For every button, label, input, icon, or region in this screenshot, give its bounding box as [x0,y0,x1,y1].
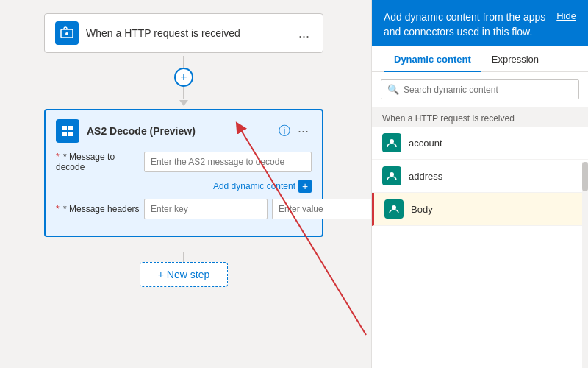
new-step-button[interactable]: + New step [140,262,228,287]
http-card-menu-button[interactable]: ... [295,26,312,41]
item-label: account [409,138,442,149]
as2-card-title: AS2 Decode (Preview) [87,125,279,137]
flow-canvas: When a HTTP request is received ... + AS… [0,0,368,368]
panel-header: Add dynamic content from the apps and co… [372,0,588,46]
svg-rect-4 [62,132,67,136]
panel-section-label: When a HTTP request is received [372,107,588,127]
svg-rect-2 [62,126,67,130]
http-card-icon [55,21,79,45]
list-item[interactable]: address [372,160,588,193]
dynamic-content-link-row: Add dynamic content + [56,180,312,193]
scrollbar-track[interactable] [582,162,588,368]
list-item[interactable]: account [372,127,588,160]
panel-search: 🔍 [372,72,588,107]
new-step-line [183,252,184,262]
header-key-input[interactable] [144,199,268,219]
add-dynamic-content-plus[interactable]: + [298,180,312,193]
new-step-wrapper: + New step [140,252,228,287]
add-step-button[interactable]: + [174,68,193,87]
item-label: address [409,171,442,182]
search-box: 🔍 [381,79,579,99]
as2-decode-card: AS2 Decode (Preview) ⓘ ··· * * Message t… [44,109,323,237]
message-decode-row: * * Message to decode [56,152,312,172]
message-decode-input[interactable] [144,152,312,172]
as2-card-icon [56,119,79,143]
http-card-title: When a HTTP request is received [86,27,295,39]
as2-card-header: AS2 Decode (Preview) ⓘ ··· [56,119,312,143]
body-icon [384,199,404,219]
required-star-2: * [56,204,60,214]
scrollbar-thumb[interactable] [582,162,588,191]
as2-info-button[interactable]: ⓘ [279,124,290,139]
connector-line-2 [183,87,184,99]
message-headers-label: * * Message headers [56,204,144,214]
as2-menu-button[interactable]: ··· [295,124,312,139]
svg-point-8 [390,139,394,144]
message-headers-row: * * Message headers ⊞ [56,199,312,219]
search-icon: 🔍 [387,84,399,95]
message-decode-label: * * Message to decode [56,152,144,172]
tab-dynamic-content[interactable]: Dynamic content [384,46,481,72]
svg-point-10 [392,205,396,210]
account-icon [382,133,401,152]
connector-arrow [179,100,188,106]
svg-point-1 [65,32,68,35]
tab-expression[interactable]: Expression [481,46,549,72]
connector: + [174,56,193,106]
search-input[interactable] [404,85,573,95]
list-item-body[interactable]: Body [372,193,588,226]
svg-rect-5 [68,132,73,136]
panel-items-list: When a HTTP request is received account … [372,107,588,368]
item-label-body: Body [411,204,433,215]
svg-point-9 [390,172,394,177]
required-star: * [56,152,60,162]
key-value-container: ⊞ [144,199,409,219]
add-dynamic-content-link[interactable]: Add dynamic content [213,181,295,191]
panel-header-text: Add dynamic content from the apps and co… [384,10,551,39]
connector-line [183,56,184,68]
panel-tabs: Dynamic content Expression [372,46,588,72]
dynamic-content-panel: Add dynamic content from the apps and co… [371,0,588,368]
panel-hide-button[interactable]: Hide [556,10,576,21]
svg-rect-3 [68,126,73,130]
http-request-card: When a HTTP request is received ... [44,13,323,53]
address-icon [382,166,401,185]
